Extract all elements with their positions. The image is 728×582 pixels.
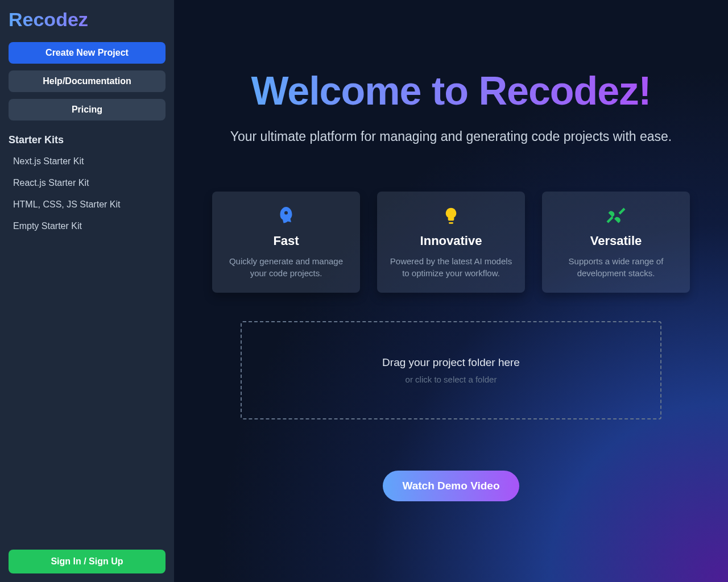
hero-title: Welcome to Recodez! [251, 68, 651, 114]
demo-section: Watch Demo Video [383, 471, 519, 501]
sign-in-sign-up-button[interactable]: Sign In / Sign Up [9, 550, 166, 573]
feature-card-versatile: Versatile Supports a wide range of devel… [542, 192, 690, 293]
starter-kit-html-css-js[interactable]: HTML, CSS, JS Starter Kit [9, 194, 166, 215]
feature-card-fast: Fast Quickly generate and manage your co… [212, 192, 360, 293]
starter-kit-nextjs[interactable]: Next.js Starter Kit [9, 151, 166, 172]
sidebar: Recodez Create New Project Help/Document… [0, 0, 174, 582]
feature-desc: Quickly generate and manage your code pr… [222, 255, 350, 279]
lightbulb-icon [441, 205, 461, 226]
starter-kits-heading: Starter Kits [9, 134, 166, 146]
help-documentation-button[interactable]: Help/Documentation [9, 70, 166, 92]
watch-demo-video-button[interactable]: Watch Demo Video [383, 471, 519, 501]
feature-title: Fast [222, 234, 350, 248]
create-new-project-button[interactable]: Create New Project [9, 42, 166, 64]
features-row: Fast Quickly generate and manage your co… [212, 192, 690, 293]
dropzone-text: Drag your project folder here [253, 356, 649, 369]
feature-title: Innovative [387, 234, 515, 248]
main-content: Welcome to Recodez! Your ultimate platfo… [174, 0, 728, 582]
dropzone-subtext: or click to select a folder [253, 375, 649, 384]
feature-title: Versatile [552, 234, 680, 248]
hero-subtitle: Your ultimate platform for managing and … [230, 127, 672, 146]
starter-kit-reactjs[interactable]: React.js Starter Kit [9, 172, 166, 194]
rocket-icon [276, 205, 296, 226]
pricing-button[interactable]: Pricing [9, 99, 166, 120]
feature-card-innovative: Innovative Powered by the latest AI mode… [377, 192, 525, 293]
app-logo: Recodez [9, 9, 166, 31]
starter-kit-empty[interactable]: Empty Starter Kit [9, 215, 166, 237]
project-dropzone[interactable]: Drag your project folder here or click t… [241, 321, 661, 419]
feature-desc: Powered by the latest AI models to optim… [387, 255, 515, 279]
tools-icon [606, 205, 626, 226]
feature-desc: Supports a wide range of development sta… [552, 255, 680, 279]
